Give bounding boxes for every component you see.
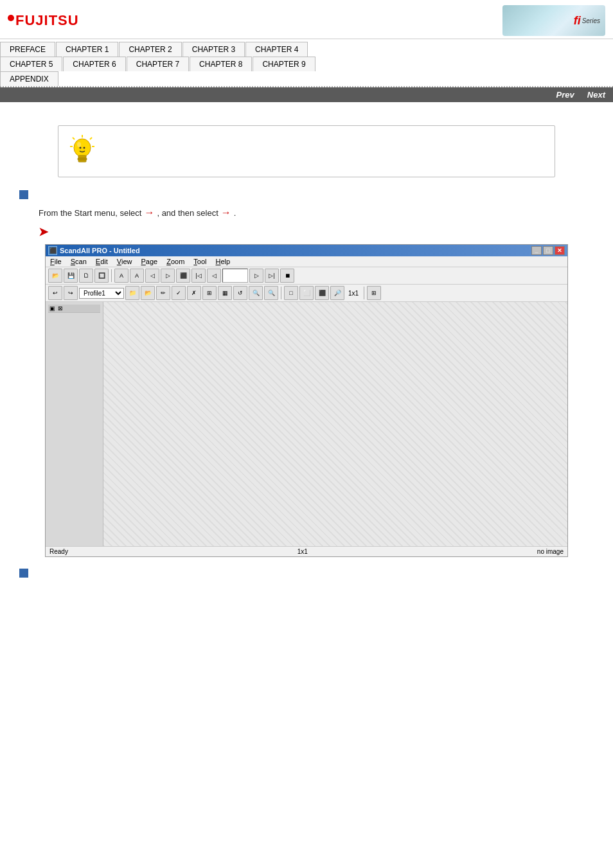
- tb-btn14[interactable]: ⏹: [280, 269, 294, 283]
- logo-text: FUJITSU: [15, 12, 79, 29]
- tb2-view2[interactable]: ⬜: [299, 286, 314, 300]
- thumbnail-panel: ▣ ⊠: [46, 302, 103, 546]
- scandall-window: ⬛ ScandAll PRO - Untitled _ □ ✕ File Sca…: [45, 244, 568, 557]
- tb-save[interactable]: 💾: [64, 269, 78, 283]
- tb2-view3[interactable]: ⬛: [315, 286, 329, 300]
- prevnext-bar: Prev Next: [0, 87, 613, 102]
- tb2-grid[interactable]: ⊞: [202, 286, 217, 300]
- nav-chapter4[interactable]: CHAPTER 4: [245, 42, 308, 57]
- toolbar-2: ↩ ↪ Profile1 📁 📂 ✏ ✓ ✗ ⊞ ▦ ↺ 🔍 🔍 □ ⬜ ⬛ 🔎…: [46, 285, 567, 302]
- svg-point-5: [74, 139, 91, 157]
- tb2-zoomin[interactable]: 🔍: [249, 286, 263, 300]
- tb2-zoom-icon[interactable]: 🔎: [330, 286, 344, 300]
- status-ready: Ready: [49, 548, 68, 555]
- section-arrow: ➤: [39, 226, 48, 238]
- fi-logo-text: fi: [574, 14, 581, 28]
- nav-row-1: PREFACE CHAPTER 1 CHAPTER 2 CHAPTER 3 CH…: [0, 42, 613, 57]
- nav-chapter1[interactable]: CHAPTER 1: [56, 42, 118, 57]
- tb2-view1[interactable]: □: [284, 286, 298, 300]
- thumb-h1: ▣: [49, 305, 55, 312]
- tb-btn11[interactable]: ◁: [207, 269, 221, 283]
- hint-box: [58, 125, 555, 177]
- page-header: FUJITSU fi Series: [0, 0, 613, 39]
- svg-rect-9: [78, 160, 86, 162]
- tb2-rotate[interactable]: ↺: [233, 286, 247, 300]
- tb2-layout[interactable]: ⊞: [367, 286, 381, 300]
- fujitsu-logo: FUJITSU: [8, 12, 79, 29]
- tb2-cols[interactable]: ▦: [218, 286, 232, 300]
- tb-scan[interactable]: 🔲: [94, 269, 109, 283]
- tb-input-box[interactable]: [222, 269, 248, 283]
- logo-circle-icon: [8, 15, 14, 21]
- nav-chapter2[interactable]: CHAPTER 2: [119, 42, 181, 57]
- navigation: PREFACE CHAPTER 1 CHAPTER 2 CHAPTER 3 CH…: [0, 39, 613, 87]
- nav-chapter9[interactable]: CHAPTER 9: [253, 57, 315, 71]
- nav-chapter5[interactable]: CHAPTER 5: [0, 57, 62, 71]
- menu-page[interactable]: Page: [139, 257, 159, 266]
- tb2-pencil[interactable]: ✏: [156, 286, 170, 300]
- svg-point-10: [80, 147, 82, 149]
- tb-new[interactable]: 🗋: [79, 269, 93, 283]
- main-view-area: [103, 302, 567, 546]
- lightbulb-icon: [69, 134, 96, 167]
- step-text-3: .: [234, 208, 236, 218]
- arrow-icon-1: →: [144, 207, 154, 218]
- tb-sep-1: [111, 269, 112, 282]
- menu-view[interactable]: View: [115, 257, 134, 266]
- nav-chapter6[interactable]: CHAPTER 6: [63, 57, 125, 71]
- prev-button[interactable]: Prev: [556, 90, 574, 100]
- main-content: From the Start menu, select → , and then…: [0, 102, 613, 597]
- tb2-folder[interactable]: 📁: [125, 286, 139, 300]
- menu-edit[interactable]: Edit: [94, 257, 110, 266]
- tb2-btn5[interactable]: ✓: [172, 286, 186, 300]
- thumb-h2: ⊠: [58, 305, 63, 312]
- menu-help[interactable]: Help: [214, 257, 233, 266]
- tb-btn9[interactable]: ⬛: [176, 269, 190, 283]
- nav-preface[interactable]: PREFACE: [0, 42, 55, 57]
- tb-btn12[interactable]: ▷: [249, 269, 263, 283]
- maximize-button[interactable]: □: [543, 246, 553, 255]
- nav-chapter3[interactable]: CHAPTER 3: [182, 42, 245, 57]
- nav-chapter7[interactable]: CHAPTER 7: [127, 57, 189, 71]
- fi-series-logo: fi Series: [502, 5, 605, 36]
- tb-btn13[interactable]: ▷|: [265, 269, 279, 283]
- tb2-folderorange[interactable]: 📂: [141, 286, 155, 300]
- tb-btn5[interactable]: A: [114, 269, 129, 283]
- tb-open[interactable]: 📂: [48, 269, 62, 283]
- menu-scan[interactable]: Scan: [69, 257, 89, 266]
- step-text-1: From the Start menu, select: [39, 208, 141, 218]
- svg-point-11: [84, 147, 85, 149]
- window-title: ScandAll PRO - Untitled: [60, 247, 140, 254]
- nav-row-3: APPENDIX: [0, 71, 613, 86]
- titlebar-left: ⬛ ScandAll PRO - Untitled: [48, 246, 140, 255]
- svg-line-1: [73, 137, 75, 139]
- app-icon: ⬛: [48, 246, 57, 255]
- status-zoom: 1x1: [298, 548, 308, 555]
- series-text: Series: [582, 17, 600, 24]
- nav-appendix[interactable]: APPENDIX: [0, 71, 58, 86]
- tb-btn8[interactable]: ▷: [161, 269, 175, 283]
- menu-zoom[interactable]: Zoom: [164, 257, 186, 266]
- nav-chapter8[interactable]: CHAPTER 8: [190, 57, 252, 71]
- zoom-level: 1x1: [348, 290, 359, 297]
- svg-rect-7: [78, 155, 86, 158]
- tb2-sep1: [281, 287, 281, 299]
- bullet-square-1: [19, 190, 28, 199]
- tb2-btn1[interactable]: ↩: [48, 286, 62, 300]
- close-button[interactable]: ✕: [555, 246, 565, 255]
- bullet-square-2: [19, 569, 28, 578]
- tb-btn6[interactable]: A: [130, 269, 144, 283]
- tb2-btn2[interactable]: ↪: [64, 286, 78, 300]
- profile-dropdown[interactable]: Profile1: [79, 288, 124, 299]
- tb2-zoomout[interactable]: 🔍: [264, 286, 278, 300]
- menu-tool[interactable]: Tool: [191, 257, 208, 266]
- minimize-button[interactable]: _: [531, 246, 542, 255]
- tb-btn10[interactable]: |◁: [191, 269, 206, 283]
- window-menubar: File Scan Edit View Page Zoom Tool Help: [46, 256, 567, 267]
- window-controls[interactable]: _ □ ✕: [531, 246, 565, 255]
- menu-file[interactable]: File: [48, 257, 64, 266]
- tb-btn7[interactable]: ◁: [145, 269, 159, 283]
- tb2-btn6[interactable]: ✗: [187, 286, 201, 300]
- next-button[interactable]: Next: [587, 90, 605, 100]
- hint-icon: [69, 134, 96, 169]
